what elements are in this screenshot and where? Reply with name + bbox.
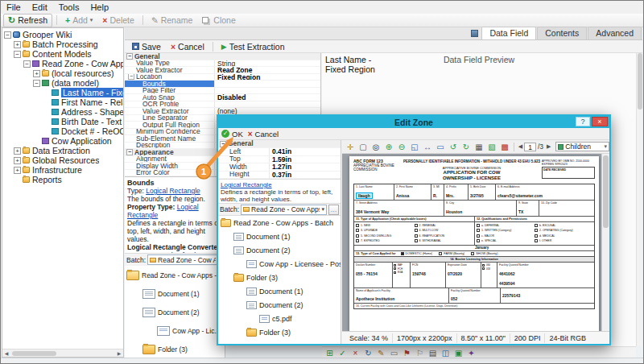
panel-options-icon[interactable]	[471, 30, 478, 37]
delete-button[interactable]: × Delete	[98, 14, 138, 26]
prev-page-button[interactable]: ◀	[517, 143, 524, 150]
nav-item-first-name-relative-region[interactable]: First Name - Relative Region	[2, 97, 123, 107]
menu-item[interactable]: Tools	[53, 2, 85, 13]
dialog-close-button[interactable]: ×	[592, 117, 608, 126]
property-value[interactable]: (none)	[215, 108, 320, 114]
nav-item-birth-date-text-region[interactable]: Birth Date - Text Region	[2, 117, 123, 126]
menu-item[interactable]: Edit	[27, 2, 53, 13]
star-icon[interactable]: ✦	[465, 349, 477, 358]
tree-expander-icon[interactable]: −	[33, 80, 40, 87]
property-row[interactable]: Auto Snap Disabled	[125, 94, 320, 101]
tree-expander-icon[interactable]: +	[14, 167, 21, 174]
dialog-sub-document-1[interactable]: Document (1)	[218, 284, 341, 298]
property-row[interactable]: Left 0.41in	[218, 148, 341, 156]
property-row[interactable]: Top 1.59in	[218, 156, 341, 164]
scroll-left-icon[interactable]: ◀	[2, 350, 10, 356]
thumbnails-icon[interactable]: ▦	[473, 143, 485, 151]
property-value[interactable]: Read Zone	[215, 67, 320, 73]
cancel-button[interactable]: × Cancel	[167, 41, 208, 52]
clone-button[interactable]: Clone	[198, 14, 239, 26]
nav-item-data-model[interactable]: − (data model)	[2, 78, 123, 88]
nav-item-last-name-fixed-region[interactable]: Last Name - Fixed Region	[2, 88, 123, 97]
zoom-in-icon[interactable]: ⊕	[382, 143, 395, 151]
batch-options-button[interactable]: …	[328, 205, 339, 215]
scrollbar-thumb[interactable]	[638, 53, 642, 110]
dialog-batch-select[interactable]: Read Zone - Cow Apps - Batch ▾	[241, 205, 327, 215]
property-row[interactable]: Value Type String	[125, 60, 320, 68]
refresh-button[interactable]: ↻ Refresh	[3, 14, 52, 27]
batch-root-folder[interactable]: Read Zone - Cow Apps - Batch	[125, 266, 225, 284]
dialog-title-bar[interactable]: Edit Zone ? ×	[218, 116, 609, 128]
split-icon[interactable]: ◫	[440, 349, 452, 358]
nav-item-batch-processing[interactable]: + Batch Processing	[2, 39, 123, 49]
tree-expander-icon[interactable]: +	[33, 70, 40, 77]
property-value[interactable]: 1.27in	[270, 163, 341, 171]
tab-advanced[interactable]: Advanced	[588, 27, 642, 39]
test-extraction-button[interactable]: ▶ Test Extraction	[217, 41, 289, 52]
ok-button[interactable]: ✓ OK	[221, 130, 243, 139]
dialog-page-cow-app[interactable]: Cow App - Licensee - Positions Fille...	[218, 257, 341, 271]
property-value[interactable]: Fixed Region	[215, 74, 320, 81]
property-value[interactable]: Disabled	[215, 94, 320, 101]
nav-item-cow-application[interactable]: Cow Application	[2, 136, 123, 146]
property-row[interactable]: OCR Profile	[125, 101, 320, 109]
property-row[interactable]: −General	[218, 140, 341, 148]
dialog-cancel-button[interactable]: × Cancel	[248, 130, 279, 139]
dialog-sub-folder-3[interactable]: Folder (3)	[218, 325, 341, 339]
nav-item-local-resources[interactable]: + (local resources)	[2, 68, 123, 78]
save-button[interactable]: Save	[128, 41, 165, 52]
property-value[interactable]: 1.59in	[270, 156, 341, 163]
nav-item-global-resources[interactable]: + Global Resources	[2, 155, 123, 165]
scrollbar-thumb[interactable]	[603, 155, 609, 228]
nav-item-content-models[interactable]: − Content Models	[2, 49, 123, 59]
nav-item-grooper-wiki[interactable]: − Grooper Wiki	[2, 30, 123, 39]
pan-icon[interactable]: ✛	[344, 143, 357, 151]
rename-button[interactable]: ✎ Rename	[147, 14, 197, 26]
property-expander-icon[interactable]: −	[220, 141, 226, 147]
add-row-icon[interactable]: ⊞	[324, 349, 336, 358]
property-value[interactable]: 0.37in	[270, 172, 341, 179]
property-expander-icon[interactable]: −	[126, 149, 133, 155]
property-value[interactable]	[215, 101, 320, 108]
flag-white-icon[interactable]: ⚐	[414, 349, 426, 358]
property-row[interactable]: Width 1.27in	[218, 163, 341, 172]
tab-data-field[interactable]: Data Field	[481, 27, 536, 39]
horizontal-scrollbar[interactable]: ◀ ▶	[2, 349, 123, 357]
actual-size-icon[interactable]: ◱	[408, 143, 421, 151]
menu-item[interactable]: File	[1, 2, 27, 13]
property-expander-icon[interactable]: −	[128, 74, 134, 81]
property-row[interactable]: Bounds	[125, 81, 320, 88]
help-type-link[interactable]: Logical Rectangle	[146, 187, 200, 195]
zone-add-icon[interactable]: ▧	[485, 143, 498, 151]
dialog-sub-document-2[interactable]: Document (2)	[218, 298, 341, 312]
property-value[interactable]	[215, 81, 320, 87]
batch-select[interactable]: Read Zone - Cow Apps - Batch ▾	[147, 254, 223, 265]
menu-item[interactable]: Help	[85, 2, 114, 13]
edit-icon[interactable]: ✎	[375, 349, 387, 358]
property-row[interactable]: −Location Fixed Region	[125, 74, 320, 81]
property-row[interactable]: Page Filter	[125, 88, 320, 95]
dialog-batch-root[interactable]: Read Zone - Cow Apps - Batch	[218, 216, 341, 230]
batch-page-cow-app[interactable]: Cow App - Lic...	[125, 321, 225, 340]
help-link[interactable]: Logical Rectangle	[221, 181, 272, 188]
zoom-out-icon[interactable]: ⊖	[395, 143, 408, 151]
batch-document-1[interactable]: Document (1)	[125, 284, 225, 303]
refresh-icon[interactable]: ↻	[362, 349, 374, 358]
tree-expander-icon[interactable]: +	[14, 41, 21, 48]
property-expander-icon[interactable]: −	[126, 53, 133, 60]
tree-expander-icon[interactable]: −	[23, 60, 31, 68]
property-value[interactable]: String	[215, 60, 320, 67]
nav-item-docket-reocr-zone[interactable]: Docket # - ReOCR Zone	[2, 126, 123, 136]
property-row[interactable]: Value Extractor Read Zone	[125, 67, 320, 74]
flag-red-icon[interactable]: ⚑	[401, 349, 413, 358]
zone-clear-icon[interactable]: ▩	[498, 143, 511, 151]
children-view-select[interactable]: Children ▾	[555, 142, 609, 151]
batch-folder-3[interactable]: Folder (3)	[125, 340, 225, 358]
property-value[interactable]	[215, 88, 320, 94]
next-page-button[interactable]: ▶	[545, 143, 552, 150]
table-icon[interactable]: ▤	[427, 349, 439, 358]
vertical-scrollbar[interactable]	[636, 53, 642, 346]
fit-width-icon[interactable]: ↔	[421, 143, 434, 151]
page-number-input[interactable]: 1	[524, 143, 536, 151]
viewer-vertical-scrollbar[interactable]	[601, 154, 609, 331]
